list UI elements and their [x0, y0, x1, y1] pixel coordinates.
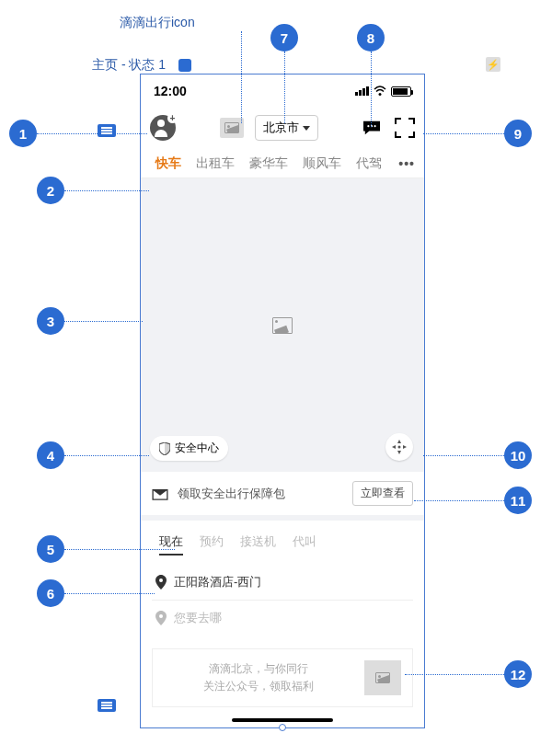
- annotation-badge-9: 9: [504, 120, 532, 147]
- status-time: 12:00: [154, 84, 187, 98]
- signal-icon: [355, 86, 369, 96]
- btab-reserve[interactable]: 预约: [200, 533, 224, 556]
- annotation-badge-4: 4: [37, 441, 64, 469]
- safety-center-button[interactable]: 安全中心: [150, 436, 228, 461]
- annotation-badge-3: 3: [37, 307, 64, 335]
- note-icon: [98, 699, 116, 712]
- annotation-badge-5: 5: [37, 535, 64, 563]
- annotation-badge-6: 6: [37, 579, 64, 607]
- svg-point-0: [379, 93, 382, 96]
- resize-handle[interactable]: [279, 724, 286, 731]
- settings-gear-icon[interactable]: [178, 59, 191, 72]
- tab-express[interactable]: 快车: [150, 155, 187, 172]
- destination-row[interactable]: 您要去哪: [152, 600, 413, 636]
- pickup-row[interactable]: 正阳路酒店-西门: [152, 565, 413, 600]
- annotation-badge-1: 1: [9, 120, 37, 147]
- messages-button[interactable]: [362, 120, 382, 136]
- annotation-badge-12: 12: [504, 660, 532, 688]
- scan-button[interactable]: [395, 118, 415, 138]
- ad-image-placeholder: [364, 660, 401, 695]
- svg-marker-4: [397, 440, 401, 443]
- image-icon: [224, 122, 239, 133]
- pin-icon: [155, 611, 167, 625]
- note-icon: [98, 124, 116, 137]
- svg-point-9: [159, 578, 163, 582]
- chevron-down-icon: [303, 126, 310, 131]
- battery-icon: [391, 86, 411, 97]
- tab-taxi[interactable]: 出租车: [190, 155, 240, 172]
- booking-card: 现在 预约 接送机 代叫 正阳路酒店-西门 您要去哪: [141, 521, 424, 641]
- promo-text: 领取安全出行保障包: [178, 486, 343, 502]
- svg-marker-6: [392, 445, 396, 449]
- service-tabs: 快车 出租车 豪华车 顺风车 代驾 •••: [141, 148, 424, 178]
- annotation-badge-8: 8: [357, 24, 385, 52]
- page-crumb: 主页 - 状态 1: [92, 57, 166, 74]
- btab-onbehalf[interactable]: 代叫: [293, 533, 316, 556]
- city-selector[interactable]: 北京市: [255, 115, 318, 141]
- phone-frame: 12:00 + 北京市 快车 出租车 豪华车 顺风车 代驾 •••: [140, 74, 425, 728]
- lightning-icon: ⚡: [486, 57, 500, 72]
- svg-point-1: [367, 125, 369, 127]
- wifi-icon: [373, 86, 387, 97]
- ad-text: 滴滴北京，与你同行 关注公众号，领取福利: [164, 660, 353, 695]
- pickup-location: 正阳路酒店-西门: [174, 574, 261, 590]
- svg-point-10: [159, 614, 163, 618]
- annotation-icon-label: 滴滴出行icon: [120, 15, 195, 31]
- more-services-button[interactable]: •••: [398, 156, 415, 171]
- pin-icon: [155, 575, 167, 590]
- safety-label: 安全中心: [175, 441, 219, 456]
- image-icon: [272, 317, 293, 334]
- envelope-icon: [152, 487, 168, 500]
- annotation-badge-7: 7: [270, 24, 298, 52]
- promo-bar: 领取安全出行保障包 立即查看: [141, 472, 424, 521]
- city-name: 北京市: [263, 120, 299, 136]
- annotation-badge-11: 11: [504, 487, 532, 514]
- move-icon: [392, 440, 407, 454]
- svg-point-8: [398, 446, 401, 449]
- status-bar: 12:00: [141, 74, 424, 108]
- svg-point-3: [374, 125, 376, 127]
- map-area[interactable]: 安全中心: [141, 178, 424, 472]
- promo-view-button[interactable]: 立即查看: [352, 481, 413, 506]
- destination-placeholder: 您要去哪: [174, 610, 222, 626]
- locate-button[interactable]: [385, 433, 413, 461]
- booking-tabs: 现在 预约 接送机 代叫: [152, 530, 413, 565]
- shield-icon: [159, 442, 170, 455]
- svg-marker-7: [403, 445, 407, 449]
- annotation-badge-10: 10: [504, 441, 532, 469]
- header-row: + 北京市: [141, 108, 424, 148]
- status-icons: [355, 86, 411, 97]
- tab-luxury[interactable]: 豪华车: [244, 155, 293, 172]
- btab-now[interactable]: 现在: [159, 533, 183, 556]
- tab-hitch[interactable]: 顺风车: [297, 155, 347, 172]
- svg-marker-5: [397, 451, 401, 454]
- app-logo-placeholder: [220, 118, 244, 138]
- tab-driver[interactable]: 代驾: [351, 155, 387, 172]
- home-indicator: [232, 718, 333, 722]
- image-icon: [375, 672, 390, 683]
- btab-airport[interactable]: 接送机: [240, 533, 276, 556]
- annotation-badge-2: 2: [37, 177, 64, 204]
- ad-card[interactable]: 滴滴北京，与你同行 关注公众号，领取福利: [152, 648, 413, 707]
- profile-button[interactable]: +: [150, 115, 176, 141]
